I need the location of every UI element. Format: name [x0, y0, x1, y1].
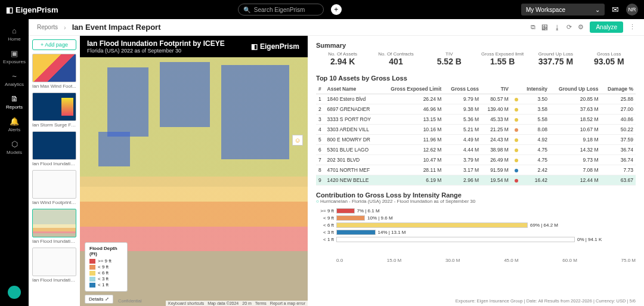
table-title: Top 10 Assets by Gross Loss [316, 75, 636, 82]
footer-meta: Exposure: Eigen Insurance Group | Date: … [456, 298, 636, 304]
table-row[interactable]: 7202 301 BLVD10.47 M3.79 M26.49 M4.759.7… [316, 155, 636, 165]
topbar: ◧ EigenPrism 🔍 Search EigenPrism + My Wo… [0, 0, 644, 19]
confidential-label: Confidential [118, 298, 142, 304]
avatar[interactable]: NR [626, 4, 638, 16]
workspace-dropdown[interactable]: My Workspace ⌄ [521, 4, 605, 16]
chevron-right-icon: › [64, 24, 66, 31]
table-row[interactable]: 84701 NORTH MEF28.11 M3.17 M91.59 M2.427… [316, 165, 636, 175]
contrib-title: Contribution to Gross Loss by Intensity … [316, 191, 636, 199]
rail-models[interactable]: ⬡Models [0, 136, 29, 159]
summary-item: TIV5.52 B [423, 51, 476, 66]
add-page-button[interactable]: + Add page [32, 39, 76, 50]
search-placeholder: Search EigenPrism [254, 7, 305, 13]
brand-text: EigenPrism [16, 5, 58, 14]
models-icon: ⬡ [0, 140, 29, 149]
mail-icon[interactable]: ✉ [612, 5, 619, 14]
map[interactable]: ☺ Flood Depth (Ft) >= 9 ft< 9 ft< 6 ft< … [80, 57, 308, 306]
analytics-icon: ~ [0, 72, 29, 81]
logo-icon: ◧ [6, 5, 13, 14]
table-row[interactable]: 43303 ARDEN VILL10.16 M5.21 M21.25 M8.08… [316, 125, 636, 135]
map-panel: Ian Flood Inundation Footprint by ICEYE … [80, 36, 308, 306]
page-title: Ian Event Impact Report [72, 23, 161, 32]
alerts-icon: 🔔 [0, 117, 29, 126]
main: Reports › Ian Event Impact Report ⧉ ⵼ ⭳ … [29, 19, 644, 306]
rail-exposures[interactable]: ▣Exposures [0, 45, 29, 68]
settings-icon[interactable]: ⚙ [578, 23, 584, 31]
chart-axis: 0.015.0 M30.0 M45.0 M60.0 M75.0 M [316, 258, 636, 263]
map-legend: Flood Depth (Ft) >= 9 ft< 9 ft< 6 ft< 3 … [85, 242, 128, 292]
rail-analytics[interactable]: ~Analytics [0, 68, 29, 91]
details-button[interactable]: Details ⤢ [85, 295, 113, 304]
rail-reports[interactable]: 🗎Reports [0, 91, 29, 113]
assets-table: #Asset NameGross Exposed LimitGross Loss… [316, 84, 636, 186]
thumb-4[interactable]: Ian Wind Footprint ... [32, 170, 76, 205]
summary-item: No. Of Contracts401 [369, 51, 422, 66]
rail-help-icon[interactable] [8, 286, 21, 299]
reports-icon: 🗎 [0, 94, 29, 103]
brand-logo[interactable]: ◧ EigenPrism [6, 5, 58, 14]
table-row[interactable]: 91420 NEW BELLE6.19 M2.96 M19.54 M16.421… [316, 175, 636, 186]
page-thumbnails: + Add page Ian Max Wind Foot... Ian Stor… [29, 36, 80, 306]
breadcrumb[interactable]: Reports [37, 24, 58, 30]
summary-item: Ground Up Loss337.75 M [529, 51, 582, 66]
data-panel: Summary No. Of Assets2.94 KNo. Of Contra… [308, 36, 644, 306]
contrib-subtitle: HurricaneIan - Florida (USA) 2022 - Floo… [316, 199, 636, 204]
add-button[interactable]: + [331, 4, 342, 15]
summary-row: No. Of Assets2.94 KNo. Of Contracts401TI… [316, 51, 636, 66]
download-icon[interactable]: ⭳ [554, 24, 561, 31]
table-row[interactable]: 33333 S PORT ROY13.15 M5.36 M45.33 M5.58… [316, 115, 636, 125]
refresh-icon[interactable]: ⟳ [566, 23, 572, 31]
analyze-button[interactable]: Analyze [590, 21, 623, 33]
pegman-icon[interactable]: ☺ [292, 135, 303, 146]
summary-item: Gross Exposed limit1.55 B [476, 51, 529, 66]
exposures-icon: ▣ [0, 49, 29, 58]
table-row[interactable]: 26897 GRENADIER46.96 M9.38 M139.40 M3.58… [316, 104, 636, 115]
table-row[interactable]: 5800 E MOWRY DR11.96 M4.49 M24.43 M4.929… [316, 135, 636, 145]
copy-icon[interactable]: ⧉ [531, 23, 535, 31]
page-header: Reports › Ian Event Impact Report ⧉ ⵼ ⭳ … [29, 19, 644, 36]
workspace-label: My Workspace [526, 7, 565, 13]
chevron-down-icon: ⌄ [595, 7, 600, 13]
table-row[interactable]: 65301 BLUE LAGO12.62 M4.44 M38.98 M4.751… [316, 145, 636, 155]
search-input[interactable]: 🔍 Search EigenPrism [238, 4, 324, 16]
share-icon[interactable]: ⵼ [541, 24, 548, 31]
search-icon: 🔍 [243, 7, 250, 13]
rail-home[interactable]: ⌂Home [0, 23, 29, 45]
left-rail: ⌂Home ▣Exposures ~Analytics 🗎Reports 🔔Al… [0, 19, 29, 306]
summary-heading: Summary [316, 42, 636, 49]
map-attribution: Keyboard shortcuts Map data ©2024 20 m T… [166, 301, 308, 306]
map-brand: ◧EigenPrism [251, 42, 299, 51]
contrib-chart: >= 9 ft7% | 6.1 M< 9 ft10% | 9.6 M< 6 ft… [316, 208, 636, 255]
home-icon: ⌂ [0, 26, 29, 35]
summary-item: Gross Loss93.05 M [583, 51, 636, 66]
thumb-3[interactable]: Ian Flood Inundatio... [32, 131, 76, 166]
table-row[interactable]: 11840 Estero Blvd26.24 M9.79 M80.57 M3.5… [316, 94, 636, 104]
thumb-1[interactable]: Ian Max Wind Foot... [32, 54, 76, 89]
more-icon[interactable]: ⋮ [629, 23, 636, 31]
map-title-bar: Ian Flood Inundation Footprint by ICEYE … [80, 36, 308, 57]
thumb-6[interactable]: Ian Flood Inundatio... [32, 248, 76, 283]
rail-alerts[interactable]: 🔔Alerts [0, 113, 29, 136]
thumb-5[interactable]: Ian Flood Inundatio... [32, 209, 76, 244]
thumb-2[interactable]: Ian Storm Surge Fo... [32, 92, 76, 128]
summary-item: No. Of Assets2.94 K [316, 51, 369, 66]
